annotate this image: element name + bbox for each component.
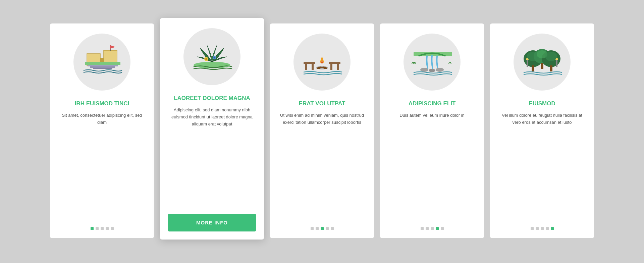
- dot: [101, 227, 104, 230]
- dot: [551, 227, 554, 230]
- dot: [106, 227, 109, 230]
- dot: [111, 227, 114, 230]
- dot: [536, 227, 539, 230]
- card-2-desc: Adipiscing elit, sed diam nonummy nibh e…: [168, 107, 256, 207]
- svg-rect-38: [556, 60, 557, 67]
- card-4-dots: [421, 227, 444, 230]
- svg-rect-19: [337, 64, 339, 70]
- card-2: LAOREET DOLORE MAGNA Adipiscing elit, se…: [160, 18, 264, 240]
- card-1-desc: Sit amet, consectetuer adipiscing elit, …: [58, 112, 146, 219]
- card-1: IBH EUISMOD TINCI Sit amet, consectetuer…: [50, 23, 154, 238]
- svg-rect-17: [329, 62, 340, 64]
- plant-icon: [190, 38, 234, 75]
- svg-point-26: [436, 68, 444, 72]
- svg-rect-16: [312, 64, 314, 70]
- dot: [331, 227, 334, 230]
- dot: [91, 227, 94, 230]
- card-4-icon-circle: [404, 34, 461, 91]
- cards-container: IBH EUISMOD TINCI Sit amet, consectetuer…: [37, 10, 607, 253]
- card-4-desc: Duis autem vel eum iriure dolor in: [399, 112, 465, 219]
- dot: [421, 227, 424, 230]
- card-3-desc: Ut wisi enim ad minim veniam, quis nostr…: [278, 112, 366, 219]
- card-3-title: ERAT VOLUTPAT: [299, 100, 345, 107]
- card-5-title: EUISMOD: [529, 100, 555, 107]
- card-2-icon-circle: [183, 28, 240, 85]
- svg-rect-18: [330, 64, 332, 70]
- dot: [311, 227, 314, 230]
- dot: [431, 227, 434, 230]
- dot: [541, 227, 544, 230]
- svg-marker-8: [110, 45, 115, 49]
- trees-icon: [520, 44, 564, 81]
- card-5-dots: [531, 227, 554, 230]
- svg-rect-34: [541, 63, 543, 69]
- card-3: ERAT VOLUTPAT Ut wisi enim ad minim veni…: [270, 23, 374, 238]
- card-3-dots: [311, 227, 334, 230]
- dot: [546, 227, 549, 230]
- svg-point-32: [545, 52, 557, 61]
- building-icon: [80, 44, 124, 81]
- svg-point-13: [214, 57, 215, 59]
- svg-rect-6: [93, 68, 112, 69]
- card-5-desc: Vel illum dolore eu feugiat nulla facili…: [498, 112, 586, 219]
- svg-rect-15: [305, 64, 307, 70]
- svg-rect-35: [550, 65, 552, 71]
- card-1-icon-circle: [73, 34, 130, 91]
- dot: [441, 227, 444, 230]
- dot: [321, 227, 324, 230]
- dot: [426, 227, 429, 230]
- waterfall-icon: [410, 44, 454, 81]
- card-4-title: ADIPISCING ELIT: [409, 100, 456, 107]
- svg-rect-3: [85, 62, 120, 65]
- card-2-title: LAOREET DOLORE MAGNA: [174, 95, 250, 102]
- svg-rect-36: [527, 60, 528, 67]
- dot: [531, 227, 534, 230]
- card-1-title: IBH EUISMOD TINCI: [75, 100, 129, 107]
- dot: [326, 227, 329, 230]
- svg-point-11: [205, 58, 207, 60]
- card-5: EUISMOD Vel illum dolore eu feugiat null…: [490, 23, 594, 238]
- svg-rect-14: [304, 62, 315, 64]
- svg-rect-5: [90, 66, 115, 68]
- dot: [96, 227, 99, 230]
- svg-point-25: [429, 69, 435, 72]
- svg-rect-33: [532, 65, 534, 71]
- dot: [316, 227, 319, 230]
- dot: [436, 227, 439, 230]
- svg-rect-4: [88, 65, 118, 66]
- fireplace-icon: [300, 44, 344, 81]
- card-3-icon-circle: [293, 34, 351, 91]
- card-1-dots: [91, 227, 114, 230]
- more-info-button[interactable]: MORE INFO: [168, 214, 256, 231]
- svg-rect-2: [100, 58, 104, 62]
- card-4: ADIPISCING ELIT Duis autem vel eum iriur…: [380, 23, 484, 238]
- card-5-icon-circle: [514, 34, 571, 91]
- svg-point-24: [420, 68, 428, 72]
